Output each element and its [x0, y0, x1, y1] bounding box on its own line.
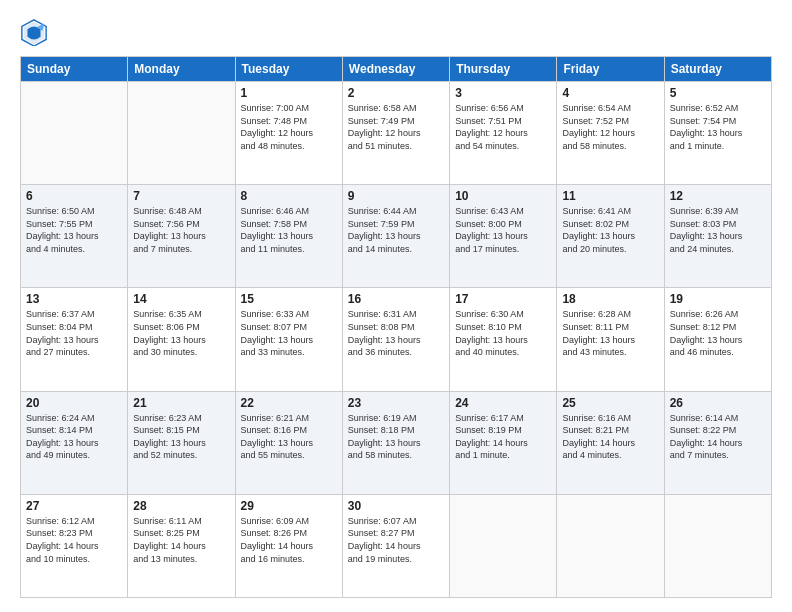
calendar-cell: 5Sunrise: 6:52 AM Sunset: 7:54 PM Daylig… — [664, 82, 771, 185]
calendar-cell: 24Sunrise: 6:17 AM Sunset: 8:19 PM Dayli… — [450, 391, 557, 494]
day-number: 9 — [348, 189, 444, 203]
day-info: Sunrise: 6:17 AM Sunset: 8:19 PM Dayligh… — [455, 412, 551, 462]
calendar-cell — [128, 82, 235, 185]
day-info: Sunrise: 6:28 AM Sunset: 8:11 PM Dayligh… — [562, 308, 658, 358]
day-number: 30 — [348, 499, 444, 513]
calendar-week-2: 13Sunrise: 6:37 AM Sunset: 8:04 PM Dayli… — [21, 288, 772, 391]
calendar-cell: 27Sunrise: 6:12 AM Sunset: 8:23 PM Dayli… — [21, 494, 128, 597]
day-number: 4 — [562, 86, 658, 100]
calendar-cell: 7Sunrise: 6:48 AM Sunset: 7:56 PM Daylig… — [128, 185, 235, 288]
calendar-cell: 18Sunrise: 6:28 AM Sunset: 8:11 PM Dayli… — [557, 288, 664, 391]
col-header-thursday: Thursday — [450, 57, 557, 82]
day-number: 15 — [241, 292, 337, 306]
day-number: 25 — [562, 396, 658, 410]
day-number: 7 — [133, 189, 229, 203]
day-info: Sunrise: 6:37 AM Sunset: 8:04 PM Dayligh… — [26, 308, 122, 358]
day-info: Sunrise: 6:09 AM Sunset: 8:26 PM Dayligh… — [241, 515, 337, 565]
calendar-week-1: 6Sunrise: 6:50 AM Sunset: 7:55 PM Daylig… — [21, 185, 772, 288]
calendar-cell: 19Sunrise: 6:26 AM Sunset: 8:12 PM Dayli… — [664, 288, 771, 391]
calendar-cell: 29Sunrise: 6:09 AM Sunset: 8:26 PM Dayli… — [235, 494, 342, 597]
calendar-cell: 14Sunrise: 6:35 AM Sunset: 8:06 PM Dayli… — [128, 288, 235, 391]
calendar-cell — [21, 82, 128, 185]
day-info: Sunrise: 6:23 AM Sunset: 8:15 PM Dayligh… — [133, 412, 229, 462]
day-info: Sunrise: 6:58 AM Sunset: 7:49 PM Dayligh… — [348, 102, 444, 152]
calendar-cell: 13Sunrise: 6:37 AM Sunset: 8:04 PM Dayli… — [21, 288, 128, 391]
logo-icon — [20, 18, 48, 46]
day-number: 16 — [348, 292, 444, 306]
calendar-cell: 8Sunrise: 6:46 AM Sunset: 7:58 PM Daylig… — [235, 185, 342, 288]
calendar-week-3: 20Sunrise: 6:24 AM Sunset: 8:14 PM Dayli… — [21, 391, 772, 494]
day-info: Sunrise: 6:31 AM Sunset: 8:08 PM Dayligh… — [348, 308, 444, 358]
day-info: Sunrise: 6:43 AM Sunset: 8:00 PM Dayligh… — [455, 205, 551, 255]
calendar-cell: 15Sunrise: 6:33 AM Sunset: 8:07 PM Dayli… — [235, 288, 342, 391]
calendar-cell: 22Sunrise: 6:21 AM Sunset: 8:16 PM Dayli… — [235, 391, 342, 494]
day-number: 12 — [670, 189, 766, 203]
day-number: 14 — [133, 292, 229, 306]
day-number: 6 — [26, 189, 122, 203]
day-number: 11 — [562, 189, 658, 203]
day-info: Sunrise: 6:24 AM Sunset: 8:14 PM Dayligh… — [26, 412, 122, 462]
day-info: Sunrise: 6:14 AM Sunset: 8:22 PM Dayligh… — [670, 412, 766, 462]
calendar-cell — [557, 494, 664, 597]
calendar-header-row: SundayMondayTuesdayWednesdayThursdayFrid… — [21, 57, 772, 82]
col-header-tuesday: Tuesday — [235, 57, 342, 82]
col-header-monday: Monday — [128, 57, 235, 82]
day-number: 20 — [26, 396, 122, 410]
day-info: Sunrise: 6:39 AM Sunset: 8:03 PM Dayligh… — [670, 205, 766, 255]
day-number: 19 — [670, 292, 766, 306]
calendar-cell: 20Sunrise: 6:24 AM Sunset: 8:14 PM Dayli… — [21, 391, 128, 494]
calendar-week-4: 27Sunrise: 6:12 AM Sunset: 8:23 PM Dayli… — [21, 494, 772, 597]
day-info: Sunrise: 6:50 AM Sunset: 7:55 PM Dayligh… — [26, 205, 122, 255]
calendar-cell: 17Sunrise: 6:30 AM Sunset: 8:10 PM Dayli… — [450, 288, 557, 391]
col-header-sunday: Sunday — [21, 57, 128, 82]
day-number: 10 — [455, 189, 551, 203]
calendar-cell: 9Sunrise: 6:44 AM Sunset: 7:59 PM Daylig… — [342, 185, 449, 288]
day-number: 28 — [133, 499, 229, 513]
calendar-cell: 2Sunrise: 6:58 AM Sunset: 7:49 PM Daylig… — [342, 82, 449, 185]
calendar-cell: 16Sunrise: 6:31 AM Sunset: 8:08 PM Dayli… — [342, 288, 449, 391]
calendar-cell: 28Sunrise: 6:11 AM Sunset: 8:25 PM Dayli… — [128, 494, 235, 597]
day-info: Sunrise: 6:46 AM Sunset: 7:58 PM Dayligh… — [241, 205, 337, 255]
calendar-cell: 3Sunrise: 6:56 AM Sunset: 7:51 PM Daylig… — [450, 82, 557, 185]
day-number: 8 — [241, 189, 337, 203]
calendar-cell: 4Sunrise: 6:54 AM Sunset: 7:52 PM Daylig… — [557, 82, 664, 185]
day-info: Sunrise: 6:54 AM Sunset: 7:52 PM Dayligh… — [562, 102, 658, 152]
day-info: Sunrise: 7:00 AM Sunset: 7:48 PM Dayligh… — [241, 102, 337, 152]
day-info: Sunrise: 6:30 AM Sunset: 8:10 PM Dayligh… — [455, 308, 551, 358]
day-info: Sunrise: 6:52 AM Sunset: 7:54 PM Dayligh… — [670, 102, 766, 152]
day-number: 26 — [670, 396, 766, 410]
day-number: 23 — [348, 396, 444, 410]
calendar-week-0: 1Sunrise: 7:00 AM Sunset: 7:48 PM Daylig… — [21, 82, 772, 185]
calendar-cell: 21Sunrise: 6:23 AM Sunset: 8:15 PM Dayli… — [128, 391, 235, 494]
day-number: 24 — [455, 396, 551, 410]
day-number: 2 — [348, 86, 444, 100]
calendar-cell: 25Sunrise: 6:16 AM Sunset: 8:21 PM Dayli… — [557, 391, 664, 494]
day-number: 13 — [26, 292, 122, 306]
calendar-cell: 26Sunrise: 6:14 AM Sunset: 8:22 PM Dayli… — [664, 391, 771, 494]
day-number: 18 — [562, 292, 658, 306]
day-number: 29 — [241, 499, 337, 513]
day-info: Sunrise: 6:12 AM Sunset: 8:23 PM Dayligh… — [26, 515, 122, 565]
calendar-cell — [664, 494, 771, 597]
calendar-cell: 23Sunrise: 6:19 AM Sunset: 8:18 PM Dayli… — [342, 391, 449, 494]
calendar: SundayMondayTuesdayWednesdayThursdayFrid… — [20, 56, 772, 598]
calendar-cell: 10Sunrise: 6:43 AM Sunset: 8:00 PM Dayli… — [450, 185, 557, 288]
day-number: 17 — [455, 292, 551, 306]
day-number: 21 — [133, 396, 229, 410]
col-header-saturday: Saturday — [664, 57, 771, 82]
day-info: Sunrise: 6:56 AM Sunset: 7:51 PM Dayligh… — [455, 102, 551, 152]
calendar-cell: 12Sunrise: 6:39 AM Sunset: 8:03 PM Dayli… — [664, 185, 771, 288]
header — [20, 18, 772, 46]
day-info: Sunrise: 6:11 AM Sunset: 8:25 PM Dayligh… — [133, 515, 229, 565]
day-info: Sunrise: 6:21 AM Sunset: 8:16 PM Dayligh… — [241, 412, 337, 462]
day-number: 5 — [670, 86, 766, 100]
day-info: Sunrise: 6:35 AM Sunset: 8:06 PM Dayligh… — [133, 308, 229, 358]
day-info: Sunrise: 6:07 AM Sunset: 8:27 PM Dayligh… — [348, 515, 444, 565]
day-info: Sunrise: 6:41 AM Sunset: 8:02 PM Dayligh… — [562, 205, 658, 255]
day-info: Sunrise: 6:16 AM Sunset: 8:21 PM Dayligh… — [562, 412, 658, 462]
day-number: 27 — [26, 499, 122, 513]
calendar-cell — [450, 494, 557, 597]
calendar-cell: 30Sunrise: 6:07 AM Sunset: 8:27 PM Dayli… — [342, 494, 449, 597]
logo — [20, 18, 52, 46]
day-info: Sunrise: 6:44 AM Sunset: 7:59 PM Dayligh… — [348, 205, 444, 255]
